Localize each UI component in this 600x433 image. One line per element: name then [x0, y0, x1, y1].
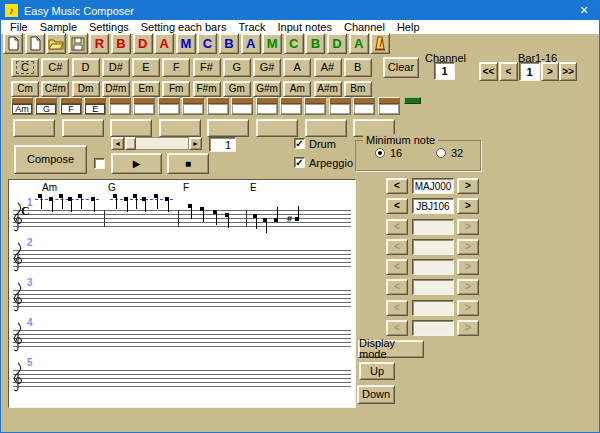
scrollbar-left-arrow-icon[interactable]: ◄ [111, 137, 124, 150]
preset-next-button-1[interactable]: > [457, 178, 479, 194]
bar-next-button[interactable]: > [541, 62, 559, 81]
preset-next-button-2[interactable]: > [457, 198, 479, 214]
bar-number-value[interactable]: 1 [519, 62, 540, 81]
chord-button-Gsm[interactable]: G#m [253, 81, 281, 97]
chord-slot-13[interactable] [304, 97, 326, 115]
chord-slot-6[interactable] [133, 97, 155, 115]
toolbar-letter-button-1[interactable]: B [111, 33, 131, 54]
toolbar-letter-button-5[interactable]: C [197, 33, 217, 54]
toolbar-letter-button-8[interactable]: M [262, 33, 282, 54]
toolbar-letter-button-12[interactable]: A [349, 33, 369, 54]
chord-button-Am[interactable]: Am [283, 81, 311, 97]
scrollbar-thumb[interactable] [125, 137, 136, 150]
close-button[interactable]: ✕ [573, 1, 595, 20]
chord-slot-8[interactable] [182, 97, 204, 115]
toolbar-letter-button-3[interactable]: A [154, 33, 174, 54]
preset-prev-button-2[interactable]: < [386, 198, 408, 214]
chord-button-Gm[interactable]: Gm [223, 81, 251, 97]
channel-value[interactable]: 1 [434, 62, 455, 80]
chord-button-Csm[interactable]: C#m [41, 81, 69, 97]
menu-item-setting-each-bars[interactable]: Setting each bars [135, 20, 233, 34]
display-mode-button[interactable]: Display mode [358, 340, 424, 358]
position-scrollbar[interactable]: ◄ ► [111, 137, 202, 150]
menu-item-track[interactable]: Track [232, 20, 271, 34]
toolbar-letter-button-2[interactable]: D [133, 33, 153, 54]
toolbar-letter-button-10[interactable]: B [305, 33, 325, 54]
bar-first-button[interactable]: << [479, 62, 498, 81]
chord-button-Em[interactable]: Em [132, 81, 160, 97]
menu-item-settings[interactable]: Settings [83, 20, 135, 34]
scrollbar-right-arrow-icon[interactable]: ► [189, 137, 202, 150]
chord-slot-10[interactable] [231, 97, 253, 115]
note-button-Cs[interactable]: C# [41, 58, 69, 77]
open-folder-button[interactable] [46, 33, 66, 54]
clear-button[interactable]: Clear [383, 57, 419, 78]
note-button-As[interactable]: A# [314, 58, 342, 77]
pattern-button-1[interactable] [13, 119, 55, 137]
chord-slot-9[interactable] [207, 97, 229, 115]
chord-slot-4[interactable]: E [84, 97, 106, 115]
chord-button-Asm[interactable]: A#m [314, 81, 342, 97]
arpeggio-checkbox[interactable]: ✓ [294, 157, 305, 168]
note-button-C[interactable]: C [11, 58, 39, 77]
chord-slot-11[interactable] [256, 97, 278, 115]
chord-slot-5[interactable] [109, 97, 131, 115]
chord-button-Bm[interactable]: Bm [344, 81, 372, 97]
preset-value-1[interactable]: MAJ000 [412, 178, 454, 194]
note-button-Fs[interactable]: F# [193, 58, 221, 77]
toolbar-letter-button-4[interactable]: M [176, 33, 196, 54]
note-button-D[interactable]: D [72, 58, 100, 77]
down-button[interactable]: Down [357, 385, 395, 404]
score-panel[interactable]: 12345CAmGFE# [8, 179, 356, 408]
chord-button-Dsm[interactable]: D#m [102, 81, 130, 97]
note-button-F[interactable]: F [162, 58, 190, 77]
minimum-note-32-radio[interactable] [436, 148, 446, 158]
chord-slot-15[interactable] [353, 97, 375, 115]
menu-item-help[interactable]: Help [391, 20, 426, 34]
compose-option-checkbox[interactable] [94, 158, 105, 169]
stop-button[interactable]: ■ [167, 153, 209, 174]
preset-prev-button-1[interactable]: < [386, 178, 408, 194]
menu-item-sample[interactable]: Sample [34, 20, 83, 34]
chord-slot-1[interactable]: Am [11, 97, 33, 115]
up-button[interactable]: Up [359, 362, 395, 380]
chord-button-Cm[interactable]: Cm [11, 81, 39, 97]
compose-button[interactable]: Compose [14, 145, 87, 174]
pattern-button-7[interactable] [305, 119, 347, 137]
chord-button-Dm[interactable]: Dm [72, 81, 100, 97]
pattern-button-4[interactable] [159, 119, 201, 137]
chord-slot-16[interactable] [378, 97, 400, 115]
menu-item-channel[interactable]: Channel [338, 20, 391, 34]
metronome-button[interactable] [370, 33, 390, 54]
pattern-button-3[interactable] [110, 119, 152, 137]
chord-slot-12[interactable] [280, 97, 302, 115]
toolbar-letter-button-7[interactable]: A [241, 33, 261, 54]
new-document2-button[interactable] [25, 33, 45, 54]
chord-slot-2[interactable]: G [35, 97, 57, 115]
chord-button-Fm[interactable]: Fm [162, 81, 190, 97]
toolbar-letter-button-6[interactable]: B [219, 33, 239, 54]
note-button-A[interactable]: A [283, 58, 311, 77]
toolbar-letter-button-0[interactable]: R [89, 33, 109, 54]
toolbar-letter-button-11[interactable]: D [327, 33, 347, 54]
toolbar-letter-button-9[interactable]: C [284, 33, 304, 54]
bar-last-button[interactable]: >> [559, 62, 577, 81]
note-button-Gs[interactable]: G# [253, 58, 281, 77]
pattern-button-6[interactable] [256, 119, 298, 137]
menu-item-file[interactable]: File [4, 20, 34, 34]
preset-value-2[interactable]: JBJ106 [412, 198, 454, 214]
menu-item-input-notes[interactable]: Input notes [272, 20, 338, 34]
minimum-note-16-radio[interactable] [375, 148, 385, 158]
bar-prev-button[interactable]: < [499, 62, 518, 81]
pattern-button-5[interactable] [207, 119, 249, 137]
note-button-G[interactable]: G [223, 58, 251, 77]
chord-slot-3[interactable]: F [60, 97, 82, 115]
play-button[interactable]: ▶ [111, 153, 162, 174]
note-button-E[interactable]: E [132, 58, 160, 77]
chord-slot-14[interactable] [329, 97, 351, 115]
new-document-button[interactable] [3, 33, 23, 54]
pattern-button-2[interactable] [62, 119, 104, 137]
note-button-Ds[interactable]: D# [102, 58, 130, 77]
drum-checkbox[interactable]: ✓ [294, 138, 305, 149]
chord-button-Fsm[interactable]: F#m [193, 81, 221, 97]
